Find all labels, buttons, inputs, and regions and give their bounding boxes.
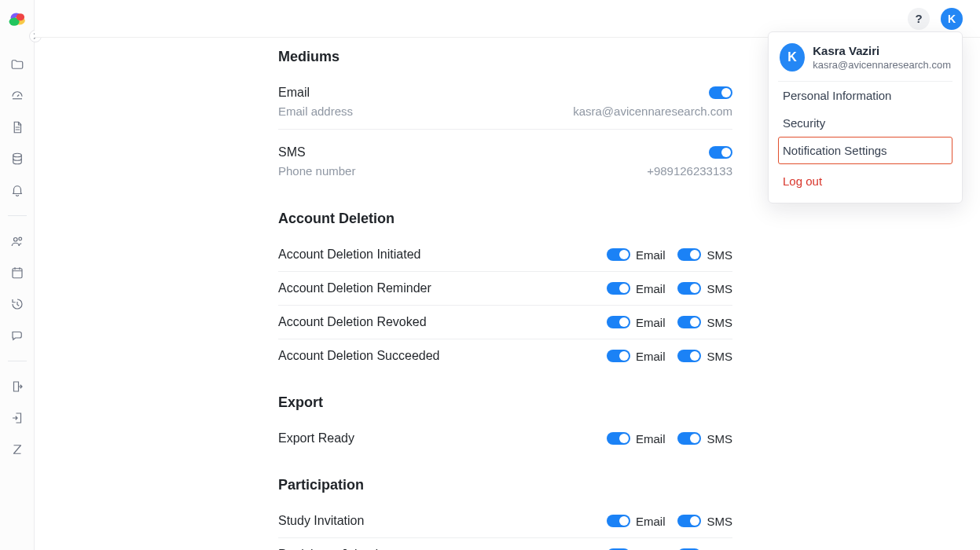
sidebar-icons bbox=[0, 57, 34, 457]
account-deletion-rows: Account Deletion InitiatedEmailSMSAccoun… bbox=[278, 238, 732, 372]
svg-point-3 bbox=[16, 13, 24, 20]
account-deletion-email-label: Email bbox=[636, 282, 666, 295]
chat-icon[interactable] bbox=[9, 328, 25, 343]
logo bbox=[7, 9, 28, 30]
medium-email-subrow: Email address kasra@avicennaresearch.com bbox=[278, 103, 732, 130]
medium-email-row: Email bbox=[278, 76, 732, 103]
dashboard-icon[interactable] bbox=[9, 88, 25, 104]
medium-sms-toggle[interactable] bbox=[709, 146, 732, 159]
history-icon[interactable] bbox=[9, 296, 25, 312]
z-icon[interactable] bbox=[9, 442, 25, 457]
export-row-label: Export Ready bbox=[278, 431, 354, 446]
avatar-button[interactable]: K bbox=[941, 8, 963, 30]
account-deletion-email-group: Email bbox=[607, 282, 666, 295]
document-icon[interactable] bbox=[9, 119, 25, 135]
account-deletion-row-label: Account Deletion Revoked bbox=[278, 315, 427, 329]
section-title-mediums: Mediums bbox=[278, 49, 732, 65]
account-deletion-email-group: Email bbox=[607, 350, 666, 363]
account-deletion-row-label: Account Deletion Succeeded bbox=[278, 349, 439, 363]
account-deletion-email-group: Email bbox=[607, 316, 666, 329]
notification-settings: Mediums Email Email address kasra@avicen… bbox=[278, 38, 732, 550]
user-dropdown: K Kasra Vaziri kasra@avicennaresearch.co… bbox=[768, 31, 963, 204]
section-title-export: Export bbox=[278, 394, 732, 411]
medium-sms-subrow: Phone number +989126233133 bbox=[278, 163, 732, 189]
participation-row-label: Study Invitation bbox=[278, 514, 364, 528]
participation-sms-label: SMS bbox=[707, 515, 732, 528]
section-title-participation: Participation bbox=[278, 477, 732, 493]
account-deletion-row-toggles: EmailSMS bbox=[607, 282, 732, 295]
svg-point-5 bbox=[13, 238, 17, 242]
dropdown-user-email: kasra@avicennaresearch.com bbox=[813, 59, 951, 72]
database-icon[interactable] bbox=[9, 151, 25, 167]
export-email-toggle[interactable] bbox=[607, 432, 630, 445]
account-deletion-email-label: Email bbox=[636, 248, 666, 262]
account-deletion-sms-toggle[interactable] bbox=[677, 282, 701, 295]
participation-rows: Study InvitationEmailSMSParticipant Join… bbox=[278, 504, 732, 550]
medium-sms-label: SMS bbox=[278, 145, 306, 160]
account-deletion-email-toggle[interactable] bbox=[607, 316, 630, 328]
signout-icon[interactable] bbox=[9, 379, 25, 394]
account-deletion-row: Account Deletion SucceededEmailSMS bbox=[278, 339, 732, 372]
calendar-icon[interactable] bbox=[9, 265, 25, 280]
account-deletion-sms-toggle[interactable] bbox=[677, 350, 701, 362]
account-deletion-sms-toggle[interactable] bbox=[677, 316, 701, 328]
participation-email-label: Email bbox=[636, 515, 666, 528]
account-deletion-sms-group: SMS bbox=[677, 282, 732, 295]
users-icon[interactable] bbox=[9, 233, 25, 249]
dropdown-user: Kasra Vaziri kasra@avicennaresearch.com bbox=[813, 43, 951, 72]
export-row-toggles: EmailSMS bbox=[607, 432, 732, 446]
participation-row-toggles: EmailSMS bbox=[607, 515, 732, 528]
account-deletion-row: Account Deletion ReminderEmailSMS bbox=[278, 272, 732, 306]
account-deletion-email-label: Email bbox=[636, 316, 666, 329]
section-title-account-deletion: Account Deletion bbox=[278, 211, 732, 227]
account-deletion-sms-group: SMS bbox=[677, 350, 732, 363]
svg-point-4 bbox=[13, 153, 21, 157]
participation-email-toggle[interactable] bbox=[607, 515, 630, 527]
sidebar-separator-2 bbox=[8, 361, 27, 361]
participation-row: Participant JoinedEmailSMS bbox=[278, 538, 732, 550]
export-sms-label: SMS bbox=[707, 432, 732, 446]
participation-email-group: Email bbox=[607, 515, 666, 528]
participation-row: Study InvitationEmailSMS bbox=[278, 504, 732, 538]
medium-sms-sublabel: Phone number bbox=[278, 164, 355, 178]
participation-sms-group: SMS bbox=[677, 515, 732, 528]
dropdown-user-name: Kasra Vaziri bbox=[813, 43, 951, 59]
account-deletion-email-label: Email bbox=[636, 350, 666, 363]
export-email-label: Email bbox=[636, 432, 666, 446]
export-sms-toggle[interactable] bbox=[677, 432, 701, 445]
account-deletion-row: Account Deletion RevokedEmailSMS bbox=[278, 306, 732, 339]
export-rows: Export ReadyEmailSMS bbox=[278, 422, 732, 455]
dropdown-item-logout[interactable]: Log out bbox=[778, 167, 952, 195]
medium-sms-value: +989126233133 bbox=[647, 164, 732, 178]
dropdown-item-notifications[interactable]: Notification Settings bbox=[778, 137, 952, 164]
account-deletion-row-toggles: EmailSMS bbox=[607, 350, 732, 363]
account-deletion-email-toggle[interactable] bbox=[607, 282, 630, 295]
medium-email-toggle[interactable] bbox=[709, 86, 732, 99]
account-deletion-sms-toggle[interactable] bbox=[677, 248, 701, 261]
svg-rect-7 bbox=[13, 269, 22, 278]
medium-email-label: Email bbox=[278, 86, 310, 100]
signin-icon[interactable] bbox=[9, 410, 25, 426]
account-deletion-sms-label: SMS bbox=[707, 316, 732, 329]
export-row: Export ReadyEmailSMS bbox=[278, 422, 732, 455]
account-deletion-sms-label: SMS bbox=[707, 248, 732, 262]
medium-email-sublabel: Email address bbox=[278, 104, 353, 118]
dropdown-header: K Kasra Vaziri kasra@avicennaresearch.co… bbox=[778, 40, 952, 82]
dropdown-item-security[interactable]: Security bbox=[778, 109, 952, 137]
dropdown-item-personal[interactable]: Personal Information bbox=[778, 82, 952, 109]
account-deletion-email-toggle[interactable] bbox=[607, 248, 630, 261]
help-button[interactable]: ? bbox=[908, 8, 930, 30]
folder-icon[interactable] bbox=[9, 57, 25, 72]
account-deletion-sms-group: SMS bbox=[677, 316, 732, 329]
export-sms-group: SMS bbox=[677, 432, 732, 446]
participation-sms-toggle[interactable] bbox=[677, 515, 701, 527]
account-deletion-row-toggles: EmailSMS bbox=[607, 316, 732, 329]
sidebar-separator bbox=[8, 215, 27, 216]
account-deletion-email-toggle[interactable] bbox=[607, 350, 630, 362]
account-deletion-sms-label: SMS bbox=[707, 350, 732, 363]
account-deletion-row-toggles: EmailSMS bbox=[607, 248, 732, 262]
account-deletion-row: Account Deletion InitiatedEmailSMS bbox=[278, 238, 732, 272]
bell-icon[interactable] bbox=[9, 182, 25, 198]
export-email-group: Email bbox=[607, 432, 666, 446]
account-deletion-email-group: Email bbox=[607, 248, 666, 262]
